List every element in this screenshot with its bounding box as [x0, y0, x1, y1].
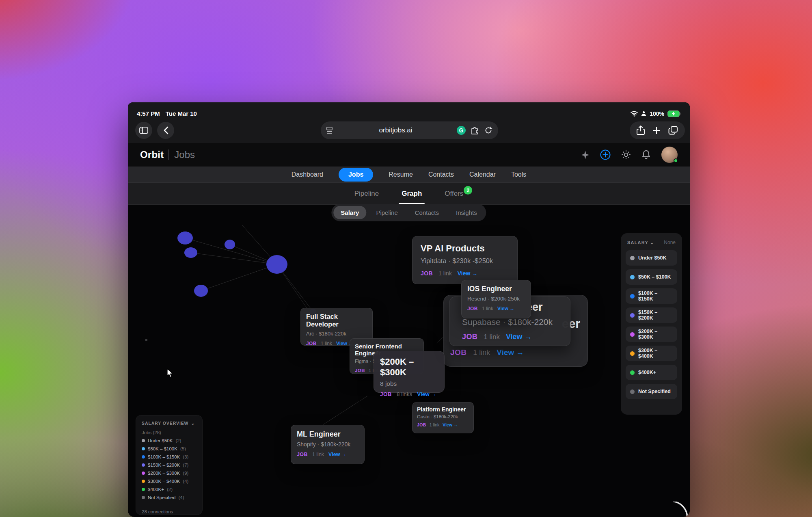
- notifications-bell-icon[interactable]: [641, 150, 651, 160]
- legend-dot: [630, 389, 635, 394]
- tab-tools[interactable]: Tools: [511, 171, 526, 178]
- tab-dashboard[interactable]: Dashboard: [292, 171, 323, 178]
- job-subtitle: Yipitdata · $230k -$250k: [421, 257, 509, 265]
- avatar[interactable]: [661, 147, 678, 163]
- job-tag: JOB: [380, 391, 392, 397]
- job-card-vp-ai-products[interactable]: VP AI Products Yipitdata · $230k -$250k …: [412, 236, 518, 284]
- overview-header[interactable]: SALARY OVERVIEW⌄: [142, 421, 197, 426]
- grammarly-icon[interactable]: G: [457, 126, 466, 135]
- overview-count: (4): [183, 479, 188, 484]
- view-link[interactable]: View →: [328, 452, 346, 457]
- job-title: iOS Engineer: [467, 285, 525, 293]
- sub-nav: Pipeline Graph Offers 2: [128, 183, 690, 205]
- overview-divider: [142, 505, 197, 505]
- brand-divider: [168, 149, 169, 160]
- job-title: Full Stack Developer: [306, 313, 367, 328]
- sidebar-toggle-button[interactable]: [135, 122, 152, 139]
- legend-dot: [630, 275, 635, 279]
- job-title: ML Engineer: [297, 430, 358, 439]
- extension-icon[interactable]: [471, 126, 479, 134]
- legend-dot: [630, 294, 635, 299]
- subtab-offers-label: Offers: [445, 190, 463, 198]
- url-text[interactable]: orbitjobs.ai: [335, 126, 457, 134]
- job-card-ios-engineer[interactable]: iOS Engineer Resend · $200k-250k JOB 1 l…: [461, 280, 531, 318]
- view-link[interactable]: View →: [497, 348, 524, 357]
- subtab-graph[interactable]: Graph: [402, 183, 422, 204]
- legend-dot: [630, 256, 635, 260]
- job-subtitle: Shopify · $180k-220k: [297, 441, 358, 448]
- tab-overview-icon[interactable]: [668, 126, 678, 135]
- view-link[interactable]: View →: [497, 306, 514, 311]
- job-links: 1 link: [484, 333, 500, 341]
- view-link[interactable]: View →: [443, 422, 458, 427]
- job-card-platform[interactable]: Platform Engineer Gusto · $180k-220k JOB…: [412, 402, 474, 433]
- legend-label: Not Specified: [638, 389, 671, 394]
- legend-none[interactable]: None: [664, 240, 676, 245]
- view-link[interactable]: View →: [417, 391, 436, 397]
- overview-row: $100K – $150K(3): [142, 454, 197, 459]
- legend-item-200-300k[interactable]: $200K – $300K: [626, 327, 677, 342]
- theme-sun-icon[interactable]: [621, 150, 631, 160]
- overview-label: $400K+: [148, 487, 164, 492]
- overview-label: $300K – $400K: [148, 479, 180, 484]
- overview-jobs-count: Jobs (28): [142, 430, 197, 435]
- mouse-cursor: [167, 368, 174, 378]
- new-tab-icon[interactable]: [652, 126, 661, 134]
- view-tab-insights[interactable]: Insights: [449, 206, 484, 219]
- overview-row: Under $50K(2): [142, 438, 197, 443]
- overview-count: (5): [180, 446, 186, 451]
- subtab-pipeline[interactable]: Pipeline: [354, 183, 379, 204]
- overview-label: $150K – $200K: [148, 463, 180, 467]
- sparkle-icon[interactable]: [581, 151, 590, 159]
- legend-label: $200K – $300K: [638, 329, 673, 340]
- job-card-ml[interactable]: ML Engineer Shopify · $180k-220k JOB 1 l…: [291, 425, 365, 464]
- job-tag: JOB: [450, 348, 466, 357]
- reader-icon[interactable]: [326, 127, 335, 134]
- tab-contacts[interactable]: Contacts: [428, 171, 454, 178]
- overview-dot: [142, 496, 145, 499]
- legend-item-150-200k[interactable]: $150K – $200K: [626, 307, 677, 323]
- tab-calendar[interactable]: Calendar: [469, 171, 496, 178]
- overview-row: $150K – $200K(7): [142, 463, 197, 467]
- job-title: VP AI Products: [421, 243, 509, 254]
- overview-dot: [142, 447, 145, 450]
- tab-jobs[interactable]: Jobs: [339, 168, 373, 182]
- wifi-icon: [631, 111, 638, 117]
- legend-item-not-specified[interactable]: Not Specified: [626, 384, 677, 399]
- view-tab-salary[interactable]: Salary: [333, 206, 366, 219]
- app-header: Orbit Jobs: [128, 143, 690, 167]
- legend-label: $400K+: [638, 370, 656, 375]
- legend-item-300-400k[interactable]: $300K – $400K: [626, 346, 677, 361]
- job-subtitle: Resend · $200k-250k: [467, 296, 525, 302]
- legend-item-100-150k[interactable]: $100K – $150K: [626, 288, 677, 304]
- online-status-dot: [674, 158, 678, 163]
- tab-resume[interactable]: Resume: [389, 171, 413, 178]
- legend-dot: [630, 370, 635, 375]
- legend-dot: [630, 332, 635, 337]
- view-tab-contacts[interactable]: Contacts: [408, 206, 446, 219]
- job-tag: JOB: [462, 333, 477, 341]
- view-tab-pipeline[interactable]: Pipeline: [369, 206, 405, 219]
- salary-legend-panel: SALARY ⌄ None Under $50K $50K – $100K $1…: [621, 233, 682, 415]
- legend-label: $100K – $150K: [638, 290, 673, 302]
- view-link[interactable]: View →: [458, 270, 478, 277]
- back-button[interactable]: [157, 122, 174, 139]
- legend-dropdown[interactable]: SALARY ⌄: [627, 240, 654, 245]
- overview-row: Not Specified(4): [142, 495, 197, 500]
- address-bar[interactable]: orbitjobs.ai G: [321, 121, 498, 139]
- legend-item-50-100k[interactable]: $50K – $100K: [626, 269, 677, 285]
- overview-dot: [142, 480, 145, 483]
- subtab-offers[interactable]: Offers 2: [445, 183, 463, 204]
- brand-logo: Orbit Jobs: [140, 149, 195, 160]
- graph-view-switcher: Salary Pipeline Contacts Insights: [331, 204, 486, 221]
- share-icon[interactable]: [637, 125, 645, 135]
- add-circle-icon[interactable]: [600, 149, 611, 160]
- salary-range-card[interactable]: $200K – $300K 8 jobs JOB 8 links View →: [374, 351, 445, 393]
- view-link[interactable]: View →: [506, 333, 532, 341]
- legend-item-400k-plus[interactable]: $400K+: [626, 365, 677, 380]
- legend-item-under-50k[interactable]: Under $50K: [626, 250, 677, 266]
- chevron-down-icon: ⌄: [191, 421, 195, 426]
- clock: 4:57 PM: [137, 110, 160, 117]
- reload-icon[interactable]: [484, 126, 492, 134]
- job-subtitle: Gusto · $180k-220k: [417, 414, 469, 419]
